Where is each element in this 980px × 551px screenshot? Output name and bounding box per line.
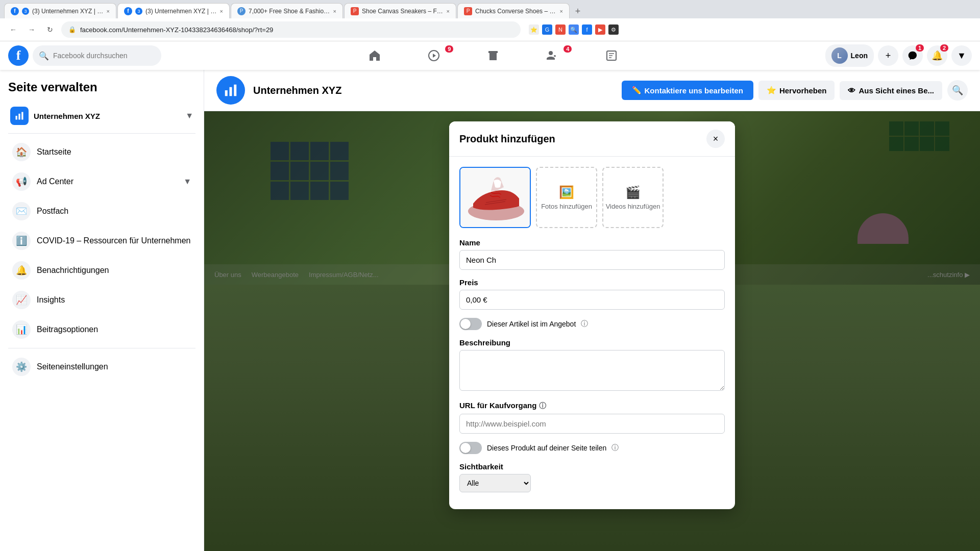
svg-rect-5 [18,114,20,120]
ext-icon-4[interactable]: 🔍 [569,24,579,35]
sidebar-item-seiteneinstellungen[interactable]: ⚙️ Seiteneinstellungen [4,353,200,381]
tab-close-3[interactable]: × [333,8,336,14]
notifications-btn[interactable]: 🔔 2 [927,45,947,66]
tab-close-5[interactable]: × [560,8,563,14]
search-input[interactable] [53,52,155,60]
modal-close-button[interactable]: × [706,130,725,148]
tab-title-2: (3) Unternehmen XYZ | Fac... [145,8,217,15]
video-add-icon: 🎬 [625,185,641,199]
photo-add-icon: 🖼️ [559,185,574,199]
view-as-button[interactable]: 👁 Aus Sicht eines Be... [840,81,942,100]
name-input[interactable] [459,250,725,270]
notifications-badge: 2 [940,44,948,52]
add-btn[interactable]: + [878,45,898,66]
tab-close-2[interactable]: × [220,8,223,14]
svg-point-2 [549,51,553,55]
search-page-btn[interactable]: 🔍 [947,80,968,101]
sidebar-item-ad-center[interactable]: 📢 Ad Center ▼ [4,167,200,196]
nav-pages[interactable] [583,43,640,68]
back-button[interactable]: ← [6,22,20,37]
description-field-group: Beschreibung [459,338,725,393]
tab-close-4[interactable]: × [447,8,450,14]
sidebar-item-postfach[interactable]: ✉️ Postfach [4,197,200,226]
sidebar-item-beitragsoptionen[interactable]: 📊 Beitragsoptionen [4,315,200,344]
company-name: Unternehmen XYZ [34,112,100,120]
price-field-group: Preis [459,278,725,310]
nav-home[interactable] [346,43,403,68]
svg-rect-6 [21,112,23,120]
edit-contact-button[interactable]: ✏️ Kontaktiere uns bearbeiten [622,81,753,100]
sidebar-item-covid[interactable]: ℹ️ COVID-19 – Ressourcen für Unternehmen [4,227,200,255]
url-label: URL für Kaufvorgang ⓘ [459,401,725,411]
add-videos-btn[interactable]: 🎬 Videos hinzufügen [602,167,664,228]
reload-button[interactable]: ↻ [43,22,57,37]
browser-tab-4[interactable]: P Shoe Canvas Sneakers – Free... × [344,3,456,18]
new-tab-button[interactable]: + [571,4,585,18]
sidebar-title: Seite verwalten [8,80,195,94]
product-main-image [459,167,531,228]
browser-actions: ⭐ G N 🔍 f ▶ ⚙ [529,24,619,35]
sidebar-company-left: Unternehmen XYZ [10,107,100,125]
description-label: Beschreibung [459,338,725,347]
ext-icon-7[interactable]: ⚙ [608,24,619,35]
sidebar-label-beitragsoptionen: Beitragsoptionen [37,325,98,334]
menu-btn[interactable]: ▼ [951,45,972,66]
share-toggle[interactable] [459,442,482,454]
share-info-icon[interactable]: ⓘ [611,443,619,453]
offer-toggle[interactable] [459,318,482,330]
price-label: Preis [459,278,725,287]
groups-badge: 4 [564,45,572,53]
sidebar-item-startseite[interactable]: 🏠 Startseite [4,138,200,166]
postfach-icon: ✉️ [12,202,31,220]
modal-overlay: Produkt hinzufügen × [204,111,980,551]
share-toggle-row: Dieses Produkt auf deiner Seite teilen ⓘ [459,442,725,454]
page-header-actions: ✏️ Kontaktiere uns bearbeiten ⭐ Hervorhe… [622,80,968,101]
browser-tab-1[interactable]: f 3 (3) Unternehmen XYZ | Fac... × [4,3,116,18]
shop-background: Über uns Werbeangebote Impressum/AGB/Net… [204,111,980,551]
nav-groups[interactable]: 4 [524,43,581,68]
settings-icon: ⚙️ [12,358,31,376]
home-icon: 🏠 [12,143,31,161]
description-textarea[interactable] [459,350,725,391]
user-name: Leon [851,52,868,60]
ext-icon-2[interactable]: G [542,24,552,35]
ext-icon-1[interactable]: ⭐ [529,24,539,35]
browser-tab-5[interactable]: P Chucks Converse Shoes – Fre... × [457,3,570,18]
name-label: Name [459,238,725,247]
offer-info-icon[interactable]: ⓘ [581,319,588,329]
visibility-select[interactable]: Alle Nur ich [459,474,531,492]
ext-icon-3[interactable]: N [555,24,566,35]
url-text: facebook.com/Unternehmen-XYZ-10433823463… [80,26,273,34]
browser-tab-2[interactable]: f 3 (3) Unternehmen XYZ | Fac... × [117,3,230,18]
sidebar-item-insights[interactable]: 📈 Insights [4,286,200,314]
search-icon: 🔍 [39,51,49,61]
share-label: Dieses Produkt auf deiner Seite teilen [487,444,606,452]
user-avatar: L [831,47,848,64]
url-input[interactable] [459,414,725,434]
ext-icon-5[interactable]: f [582,24,592,35]
address-bar[interactable]: 🔒 facebook.com/Unternehmen-XYZ-104338234… [61,21,521,38]
sidebar-item-benachrichtigungen[interactable]: 🔔 Benachrichtigungen [4,256,200,285]
sidebar-company[interactable]: Unternehmen XYZ ▼ [4,103,200,129]
forward-button[interactable]: → [24,22,39,37]
add-photos-btn[interactable]: 🖼️ Fotos hinzufügen [536,167,597,228]
highlight-button[interactable]: ⭐ Hervorheben [758,81,835,100]
tab-title-5: Chucks Converse Shoes – Fre... [475,8,557,15]
messenger-btn[interactable]: 1 [902,45,923,66]
svg-marker-1 [433,54,436,58]
nav-reels[interactable]: 9 [405,43,462,68]
search-bar[interactable]: 🔍 [33,45,161,66]
price-input[interactable] [459,290,725,310]
browser-tab-3[interactable]: P 7,000+ Free Shoe & Fashion ... × [231,3,343,18]
facebook-logo[interactable]: f [8,45,29,66]
url-field-group: URL für Kaufvorgang ⓘ [459,401,725,434]
reels-badge: 9 [445,45,453,53]
url-info-icon[interactable]: ⓘ [539,402,546,410]
nav-marketplace[interactable] [464,43,522,68]
product-modal: Produkt hinzufügen × [449,121,735,509]
main-layout: Seite verwalten Unternehmen XYZ ▼ 🏠 Star… [0,70,980,551]
user-profile-btn[interactable]: L Leon [825,44,874,67]
ext-icon-6[interactable]: ▶ [595,24,605,35]
tab-close-1[interactable]: × [107,8,110,14]
tab-title-4: Shoe Canvas Sneakers – Free... [362,8,444,15]
